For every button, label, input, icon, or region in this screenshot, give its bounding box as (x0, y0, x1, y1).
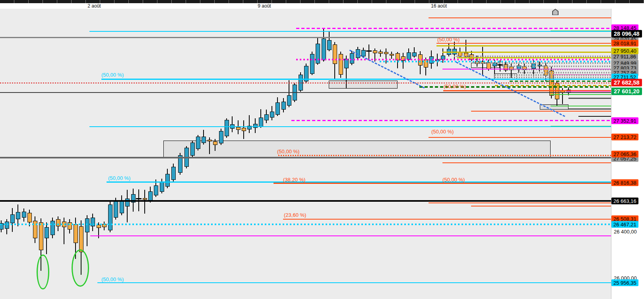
timeline-tick-bar[interactable] (0, 0, 644, 3)
date-label: 16 août (431, 3, 447, 9)
date-axis[interactable]: 2 août9 août16 août (0, 3, 644, 9)
chart-plot-area[interactable] (0, 9, 611, 299)
date-label: 9 août (258, 3, 271, 9)
trading-chart-window: 2 août9 août16 août (50,00 %)(50,00 %)(5… (0, 0, 644, 299)
price-axis-column[interactable] (611, 9, 644, 299)
date-label: 2 août (87, 3, 101, 9)
